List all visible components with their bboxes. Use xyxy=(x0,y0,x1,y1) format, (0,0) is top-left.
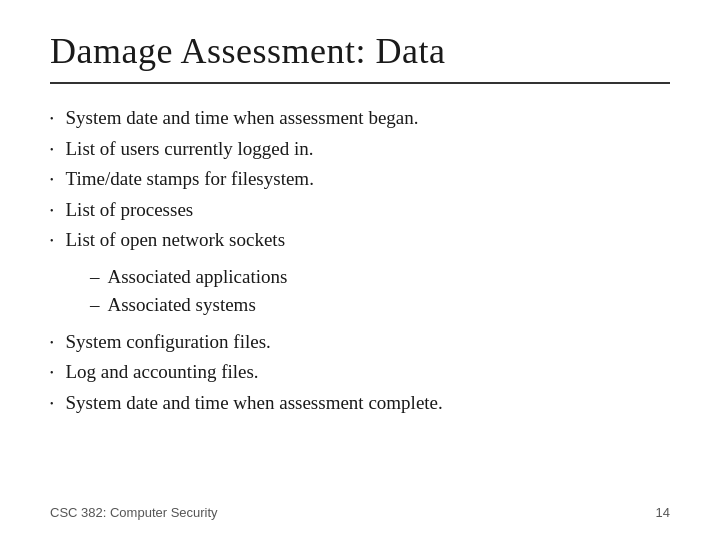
course-label: CSC 382: Computer Security xyxy=(50,505,218,520)
slide-content: • System date and time when assessment b… xyxy=(50,104,670,497)
page-number: 14 xyxy=(656,505,670,520)
sub-list-item: – Associated systems xyxy=(90,291,670,320)
list-item: • List of open network sockets xyxy=(50,226,670,255)
bullet-icon: • xyxy=(50,233,54,248)
main-bullet-list: • System date and time when assessment b… xyxy=(50,104,670,257)
bullet-icon: • xyxy=(50,111,54,126)
list-item-text: List of processes xyxy=(66,196,194,225)
list-item: • List of processes xyxy=(50,196,670,225)
bullet-icon: • xyxy=(50,365,54,380)
dash-icon: – xyxy=(90,291,100,320)
list-item-text: System configuration files. xyxy=(66,328,271,357)
sub-list-item: – Associated applications xyxy=(90,263,670,292)
bullet-icon: • xyxy=(50,335,54,350)
bullet-icon: • xyxy=(50,396,54,411)
list-item-text: List of open network sockets xyxy=(66,226,286,255)
list-item-text: List of users currently logged in. xyxy=(66,135,314,164)
list-item: • List of users currently logged in. xyxy=(50,135,670,164)
slide-title: Damage Assessment: Data xyxy=(50,30,670,72)
bullet-icon: • xyxy=(50,203,54,218)
list-item: • Time/date stamps for filesystem. xyxy=(50,165,670,194)
list-item-text: System date and time when assessment beg… xyxy=(66,104,419,133)
bullet-icon: • xyxy=(50,172,54,187)
list-item: • System date and time when assessment b… xyxy=(50,104,670,133)
list-item: • Log and accounting files. xyxy=(50,358,670,387)
divider xyxy=(50,82,670,84)
sub-list-item-text: Associated systems xyxy=(108,291,256,320)
list-item-text: System date and time when assessment com… xyxy=(66,389,443,418)
second-bullet-list: • System configuration files. • Log and … xyxy=(50,328,670,420)
sub-list-item-text: Associated applications xyxy=(108,263,288,292)
bullet-icon: • xyxy=(50,142,54,157)
list-item: • System configuration files. xyxy=(50,328,670,357)
slide-footer: CSC 382: Computer Security 14 xyxy=(50,497,670,520)
list-item: • System date and time when assessment c… xyxy=(50,389,670,418)
slide: Damage Assessment: Data • System date an… xyxy=(0,0,720,540)
sub-bullet-list: – Associated applications – Associated s… xyxy=(90,263,670,320)
list-item-text: Log and accounting files. xyxy=(66,358,259,387)
list-item-text: Time/date stamps for filesystem. xyxy=(66,165,314,194)
dash-icon: – xyxy=(90,263,100,292)
